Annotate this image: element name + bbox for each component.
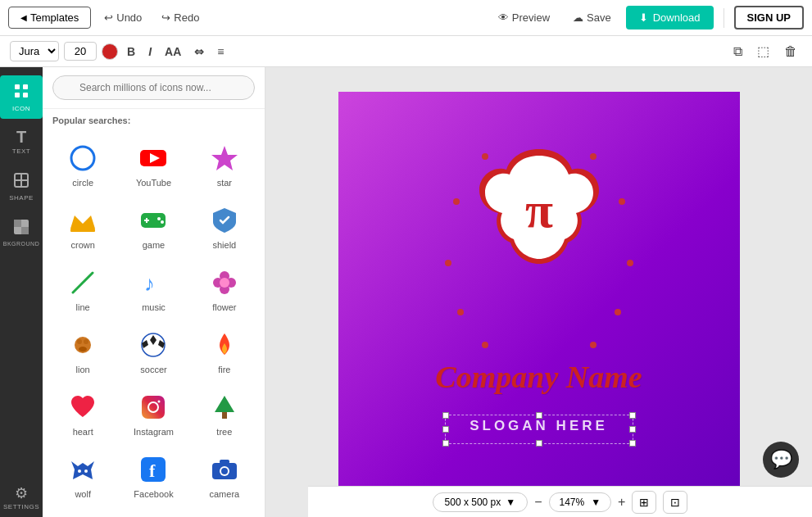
zoom-out-button[interactable]: − xyxy=(534,496,542,509)
dot-decoration xyxy=(627,260,633,266)
icon-item-heart[interactable]: heart xyxy=(49,384,116,443)
slogan-text: SLOGAN HERE xyxy=(470,418,608,433)
svg-rect-9 xyxy=(21,227,29,234)
size-dropdown-icon: ▼ xyxy=(506,497,515,508)
nav-item-background[interactable]: BKGROUND xyxy=(0,211,43,253)
handle-bm[interactable] xyxy=(536,440,542,447)
list-button[interactable]: ≡ xyxy=(213,43,228,60)
icon-img-instagram xyxy=(137,391,170,424)
icon-grid: circleYouTubestarcrowngameshieldline♪mus… xyxy=(43,132,265,517)
undo-icon: ↩ xyxy=(104,11,113,24)
icon-item-fire[interactable]: fire xyxy=(191,322,258,381)
redo-button[interactable]: ↪ Redo xyxy=(155,8,206,27)
icon-item-camera[interactable]: camera xyxy=(191,447,258,506)
slogan-wrap: SLOGAN HERE xyxy=(470,418,608,434)
svg-point-20 xyxy=(161,220,164,224)
svg-text:f: f xyxy=(149,460,156,481)
icon-item-star[interactable]: star xyxy=(191,135,258,194)
handle-ml[interactable] xyxy=(442,426,449,433)
background-nav-icon xyxy=(12,218,30,238)
undo-button[interactable]: ↩ Undo xyxy=(98,8,148,27)
icon-item-lion[interactable]: lion xyxy=(49,322,116,381)
redo-label: Redo xyxy=(174,11,199,24)
handle-mr[interactable] xyxy=(629,426,636,433)
icon-item-circle[interactable]: circle xyxy=(49,135,116,194)
icon-item-shield[interactable]: shield xyxy=(191,197,258,256)
icon-img-game xyxy=(137,204,170,237)
dot-decoration xyxy=(619,198,625,205)
svg-point-27 xyxy=(220,278,229,288)
delete-button[interactable]: 🗑 xyxy=(779,43,802,61)
icon-label-music: music xyxy=(142,302,166,312)
icon-item-soccer[interactable]: soccer xyxy=(120,322,187,381)
icon-item-game[interactable]: game xyxy=(120,197,187,256)
canvas[interactable]: π Company Name SLOGAN HERE xyxy=(338,92,740,493)
redo-icon: ↪ xyxy=(161,11,170,24)
icon-label-tree: tree xyxy=(216,427,232,437)
icon-label-lion: lion xyxy=(76,365,90,374)
icon-item-crown[interactable]: crown xyxy=(49,197,116,256)
icon-item-book[interactable]: book xyxy=(49,509,116,517)
svg-marker-13 xyxy=(211,146,238,170)
zoom-in-button[interactable]: + xyxy=(618,496,625,509)
svg-rect-8 xyxy=(14,220,21,227)
handle-bl[interactable] xyxy=(442,440,449,447)
layers-button[interactable]: ⧉ xyxy=(728,43,747,61)
nav-label-background: BKGROUND xyxy=(3,241,39,247)
svg-rect-2 xyxy=(15,93,20,98)
svg-rect-3 xyxy=(23,93,28,98)
italic-button[interactable]: I xyxy=(144,43,156,60)
duplicate-button[interactable]: ⬚ xyxy=(752,42,774,61)
svg-point-29 xyxy=(77,339,82,344)
save-label: Save xyxy=(587,11,611,24)
icon-item-line[interactable]: line xyxy=(49,260,116,319)
font-family-select[interactable]: Jura xyxy=(10,41,59,61)
search-input[interactable] xyxy=(52,75,255,100)
icon-item-music[interactable]: ♪music xyxy=(120,260,187,319)
templates-label: Templates xyxy=(30,11,79,24)
icon-item-car[interactable]: car xyxy=(191,509,258,517)
svg-marker-14 xyxy=(70,215,95,229)
templates-arrow-icon: ◀ xyxy=(20,13,27,22)
nav-item-text[interactable]: T TEXT xyxy=(0,122,43,161)
icon-item-tree[interactable]: tree xyxy=(191,384,258,443)
handle-tl[interactable] xyxy=(442,412,449,419)
nav-item-icon[interactable]: ICON xyxy=(0,75,43,119)
canvas-wrapper[interactable]: π Company Name SLOGAN HERE xyxy=(338,92,740,493)
handle-br[interactable] xyxy=(629,440,636,447)
size-label: 500 x 500 px xyxy=(445,497,501,508)
spacing-button[interactable]: ⇔ xyxy=(190,43,208,60)
preview-button[interactable]: 👁 Preview xyxy=(490,8,558,27)
font-size-input[interactable] xyxy=(64,42,97,61)
nav-item-settings[interactable]: ⚙ SETTINGS xyxy=(0,479,43,517)
templates-button[interactable]: ◀ Templates xyxy=(8,7,91,29)
present-button[interactable]: ⊡ xyxy=(663,491,687,514)
chat-bubble-button[interactable]: 💬 xyxy=(763,442,799,478)
svg-rect-36 xyxy=(142,396,165,419)
search-box: 🔍 xyxy=(43,67,265,109)
save-button[interactable]: ☁ Save xyxy=(565,8,619,27)
save-icon: ☁ xyxy=(573,11,583,24)
grid-view-button[interactable]: ⊞ xyxy=(632,491,656,514)
icon-item-wolf[interactable]: wolf xyxy=(49,447,116,506)
zoom-indicator[interactable]: 147% ▼ xyxy=(549,492,612,512)
svg-point-19 xyxy=(157,217,161,220)
shape-nav-icon xyxy=(12,171,30,192)
download-button[interactable]: ⬇ Download xyxy=(626,6,714,29)
icon-item-youtube[interactable]: YouTube xyxy=(120,135,187,194)
signup-label: SIGN UP xyxy=(747,11,791,24)
font-color-picker[interactable] xyxy=(102,43,118,60)
bold-button[interactable]: B xyxy=(123,43,139,60)
nav-item-shape[interactable]: SHAPE xyxy=(0,165,43,208)
icon-item-instagram[interactable]: Instagram xyxy=(120,384,187,443)
handle-tr[interactable] xyxy=(629,412,636,419)
icon-item-facebook[interactable]: fFacebook xyxy=(120,447,187,506)
canvas-size-indicator[interactable]: 500 x 500 px ▼ xyxy=(433,492,528,512)
icon-item-food[interactable]: food xyxy=(120,509,187,517)
allcaps-button[interactable]: AA xyxy=(161,43,185,60)
svg-rect-48 xyxy=(220,460,229,464)
signup-button[interactable]: SIGN UP xyxy=(734,6,804,29)
icon-item-flower[interactable]: flower xyxy=(191,260,258,319)
download-label: Download xyxy=(653,11,701,24)
svg-marker-39 xyxy=(215,396,234,412)
